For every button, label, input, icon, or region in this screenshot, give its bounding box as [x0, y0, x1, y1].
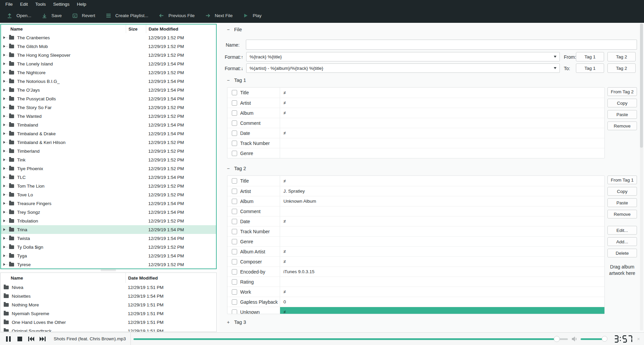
stop-button[interactable]	[14, 334, 25, 344]
expander-icon[interactable]	[3, 246, 5, 248]
tag2-field-value-genre[interactable]	[280, 237, 604, 246]
column-header-name[interactable]: Name	[1, 27, 126, 32]
folder-row[interactable]: Timbaland & Keri Hilson12/29/19 1:52 PM	[1, 138, 216, 147]
folder-row[interactable]: Timbaland & Drake12/29/19 1:54 PM	[1, 129, 216, 138]
tag2-field-value-title[interactable]: ≠	[280, 176, 604, 186]
folder-row[interactable]: Ty Dolla $ign12/29/19 1:52 PM	[1, 243, 216, 251]
expander-icon[interactable]	[3, 193, 5, 196]
expander-icon[interactable]	[3, 45, 5, 48]
checkbox-album[interactable]	[232, 110, 237, 116]
tag1-paste-button[interactable]: Paste	[607, 110, 637, 119]
folder-row[interactable]: Tiye Phoenix12/29/19 1:52 PM	[1, 164, 216, 173]
folder-row[interactable]: Twista12/29/19 1:54 PM	[1, 234, 216, 243]
toolbar-next-file-button[interactable]: Next File	[200, 10, 237, 21]
previous-track-button[interactable]	[25, 334, 37, 344]
expander-icon[interactable]	[3, 62, 5, 65]
folder-row[interactable]: The Wanted12/29/19 1:52 PM	[1, 112, 216, 120]
folder-row[interactable]: The O'Jays12/29/19 1:54 PM	[1, 86, 216, 94]
tag2-field-value-artist[interactable]: J. Spratley	[280, 186, 604, 196]
folder-row[interactable]: Tribulation12/29/19 1:52 PM	[1, 216, 216, 225]
folder-row[interactable]: Treasure Fingers12/29/19 1:54 PM	[1, 199, 216, 208]
column-header-date-modified[interactable]: Date Modified	[125, 273, 216, 283]
expander-icon[interactable]	[3, 141, 5, 144]
scrollbar[interactable]	[640, 23, 643, 331]
tag2-field-value-work[interactable]: ≠	[280, 287, 604, 297]
tag1-from-tag-2-button[interactable]: From Tag 2	[607, 87, 637, 96]
from-tag2-button[interactable]: Tag 2	[607, 52, 636, 61]
seek-slider[interactable]	[133, 336, 568, 342]
tag1-section-header[interactable]: − Tag 1	[227, 78, 246, 83]
tag2-field-value-encoded-by[interactable]: iTunes 9.0.3.15	[280, 267, 604, 277]
checkbox-date[interactable]	[232, 131, 237, 136]
toolbar-create-playlist-button[interactable]: Create Playlist...	[100, 10, 153, 21]
tag1-field-value-album[interactable]: ≠	[280, 108, 604, 118]
folder-row[interactable]: The Lonely Island12/29/19 1:54 PM	[1, 59, 216, 68]
checkbox-title[interactable]	[232, 178, 237, 184]
folder-row[interactable]: The Cranberries12/29/19 1:52 PM	[1, 33, 216, 42]
filename-input[interactable]	[246, 40, 637, 50]
checkbox-rating[interactable]	[232, 279, 237, 285]
checkbox-encoded-by[interactable]	[232, 269, 237, 275]
volume-icon[interactable]	[571, 336, 578, 342]
menu-item-edit[interactable]: Edit	[16, 1, 32, 8]
tag2-paste-button[interactable]: Paste	[607, 198, 637, 207]
folder-row[interactable]: The Nightcore12/29/19 1:52 PM	[1, 68, 216, 77]
volume-slider[interactable]	[581, 336, 607, 342]
expander-icon[interactable]	[3, 97, 5, 100]
chevron-down-icon[interactable]	[554, 67, 556, 69]
format-to-filename-combobox[interactable]: %{artist} - %{album}/%{track} %{title}	[246, 63, 560, 73]
checkbox-title[interactable]	[232, 90, 237, 95]
to-tag1-button[interactable]: Tag 1	[576, 63, 604, 73]
chevron-down-icon[interactable]	[554, 56, 556, 58]
tag2-field-value-date[interactable]: ≠	[280, 216, 604, 226]
folder-row[interactable]: Trina12/29/19 1:54 PM	[1, 225, 216, 234]
tag1-field-value-track-number[interactable]	[280, 138, 604, 148]
pause-button[interactable]	[3, 334, 14, 344]
to-tag2-button[interactable]: Tag 2	[607, 63, 636, 73]
tag1-field-value-date[interactable]: ≠	[280, 128, 604, 138]
checkbox-genre[interactable]	[232, 239, 237, 244]
menu-item-help[interactable]: Help	[73, 1, 90, 8]
next-track-button[interactable]	[37, 334, 48, 344]
toolbar-play-button[interactable]: Play	[237, 10, 266, 21]
folder-row[interactable]: TLC12/29/19 1:54 PM	[1, 173, 216, 182]
expander-icon[interactable]	[3, 254, 5, 257]
expander-icon[interactable]	[3, 115, 5, 117]
folder-row[interactable]: Tove Lo12/29/19 1:52 PM	[1, 190, 216, 199]
checkbox-album[interactable]	[232, 199, 237, 204]
tag2-from-tag-1-button[interactable]: From Tag 1	[607, 176, 637, 184]
checkbox-album-artist[interactable]	[232, 249, 237, 254]
scrollbar-thumb[interactable]	[640, 23, 643, 148]
menu-item-tools[interactable]: Tools	[32, 1, 50, 8]
list-item[interactable]: One Hand Loves the Other12/29/19 1:51 PM	[1, 318, 216, 327]
checkbox-artist[interactable]	[232, 100, 237, 106]
checkbox-date[interactable]	[232, 219, 237, 224]
list-item[interactable]: Original Soundtrack12/29/19 1:51 PM	[1, 327, 216, 332]
folder-row[interactable]: Tom The Lion12/29/19 1:52 PM	[1, 182, 216, 190]
tag2-field-value-unknown[interactable]: ≠	[280, 307, 604, 314]
folder-row[interactable]: Tink12/29/19 1:52 PM	[1, 155, 216, 164]
folder-row[interactable]: Timberland12/29/19 1:52 PM	[1, 147, 216, 155]
folder-row[interactable]: The Pussycat Dolls12/29/19 1:54 PM	[1, 94, 216, 103]
folder-row[interactable]: The Notorious B.I.G_12/29/19 1:54 PM	[1, 77, 216, 86]
expander-icon[interactable]	[3, 176, 5, 179]
column-header-date-modified[interactable]: Date Modified	[146, 24, 216, 33]
checkbox-unknown[interactable]	[232, 309, 237, 314]
folder-row[interactable]: The Story So Far12/29/19 1:52 PM	[1, 103, 216, 112]
album-artwork-drop-area[interactable]: Drag album artwork here	[606, 264, 638, 277]
tag1-field-value-artist[interactable]: ≠	[280, 98, 604, 108]
folder-row[interactable]: Trey Songz12/29/19 1:54 PM	[1, 208, 216, 216]
expander-icon[interactable]	[3, 89, 5, 91]
format-from-filename-combobox[interactable]: %{track} %{title}	[246, 52, 560, 61]
toolbar-previous-file-button[interactable]: Previous File	[153, 10, 200, 21]
expander-icon[interactable]	[3, 150, 5, 152]
tag2-field-value-gapless-playback[interactable]: 0	[280, 297, 604, 307]
tag2-remove-button[interactable]: Remove	[607, 210, 637, 218]
tag2-field-value-rating[interactable]	[280, 277, 604, 287]
folder-row[interactable]: Timbaland12/29/19 1:54 PM	[1, 120, 216, 129]
expander-icon[interactable]	[3, 237, 5, 240]
tag2-delete-button[interactable]: Delete	[607, 249, 637, 257]
tag2-section-header[interactable]: − Tag 2	[227, 166, 246, 171]
checkbox-gapless-playback[interactable]	[232, 299, 237, 305]
expander-icon[interactable]	[3, 202, 5, 205]
